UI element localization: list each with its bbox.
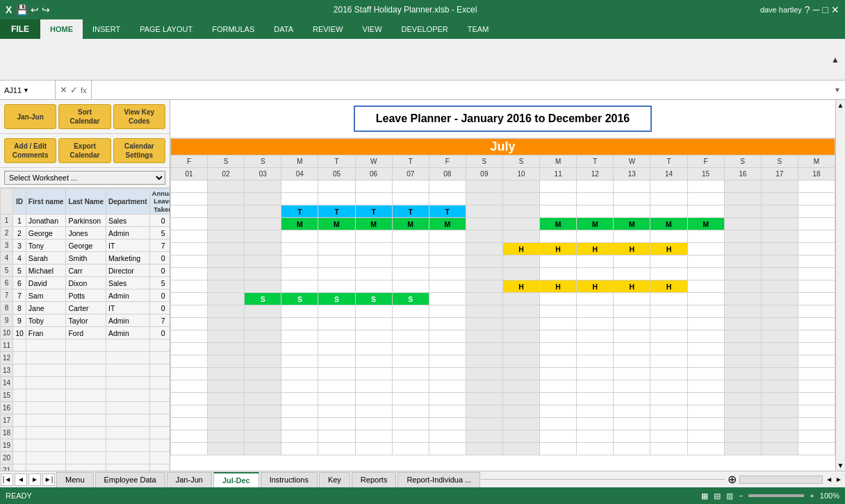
calendar-cell-empty[interactable] bbox=[429, 343, 466, 355]
employee-cell-empty[interactable] bbox=[106, 414, 149, 427]
restore-icon[interactable]: □ bbox=[823, 4, 828, 15]
calendar-cell[interactable] bbox=[687, 193, 724, 205]
employee-cell-empty[interactable] bbox=[106, 339, 149, 352]
calendar-cell-empty[interactable] bbox=[208, 443, 245, 455]
calendar-cell-empty[interactable] bbox=[392, 343, 429, 355]
employee-cell[interactable]: Director bbox=[106, 264, 149, 277]
calendar-cell[interactable]: T bbox=[281, 205, 318, 218]
calendar-cell[interactable] bbox=[355, 193, 392, 205]
employee-cell[interactable]: Smith bbox=[66, 252, 106, 264]
tab-nav-last[interactable]: ►| bbox=[42, 473, 55, 486]
calendar-cell[interactable] bbox=[761, 205, 798, 218]
employee-cell-empty[interactable] bbox=[13, 427, 26, 439]
calendar-cell[interactable] bbox=[208, 280, 245, 293]
calendar-cell-empty[interactable] bbox=[281, 305, 318, 318]
calendar-cell-empty[interactable] bbox=[502, 393, 539, 405]
calendar-cell-empty[interactable] bbox=[318, 443, 355, 455]
calendar-cell-empty[interactable] bbox=[798, 330, 835, 343]
calendar-cell[interactable] bbox=[577, 205, 614, 218]
calendar-cell-empty[interactable] bbox=[466, 343, 502, 355]
calendar-cell[interactable] bbox=[614, 180, 650, 193]
calendar-cell[interactable]: H bbox=[614, 243, 650, 255]
tab-view[interactable]: VIEW bbox=[352, 19, 391, 39]
calendar-cell[interactable] bbox=[245, 218, 281, 230]
employee-cell-empty[interactable] bbox=[26, 377, 66, 389]
calendar-cell-empty[interactable] bbox=[502, 443, 539, 455]
calendar-cell-empty[interactable] bbox=[281, 330, 318, 343]
calendar-cell[interactable] bbox=[281, 268, 318, 280]
calendar-cell[interactable] bbox=[687, 205, 724, 218]
calendar-cell-empty[interactable] bbox=[466, 418, 502, 430]
calendar-cell-empty[interactable] bbox=[466, 368, 502, 380]
employee-cell[interactable]: Carter bbox=[66, 302, 106, 314]
calendar-cell[interactable] bbox=[798, 230, 835, 243]
employee-cell-empty[interactable] bbox=[13, 402, 26, 414]
calendar-cell-empty[interactable] bbox=[245, 343, 281, 355]
calendar-cell-empty[interactable] bbox=[761, 418, 798, 430]
calendar-cell-empty[interactable] bbox=[724, 430, 761, 443]
calendar-cell[interactable] bbox=[798, 180, 835, 193]
calendar-cell[interactable]: T bbox=[392, 205, 429, 218]
vertical-scrollbar[interactable]: ▲ ▼ bbox=[835, 100, 845, 471]
calendar-cell-empty[interactable] bbox=[540, 430, 577, 443]
tab-nav-prev[interactable]: ◄ bbox=[15, 473, 27, 486]
employee-cell[interactable]: 6 bbox=[13, 277, 26, 289]
calendar-cell-empty[interactable] bbox=[650, 380, 687, 393]
cell-reference-box[interactable]: AJ11 ▼ bbox=[0, 81, 56, 99]
calendar-cell[interactable] bbox=[614, 230, 650, 243]
calendar-cell[interactable] bbox=[245, 243, 281, 255]
calendar-cell[interactable] bbox=[798, 280, 835, 293]
calendar-cell-empty[interactable] bbox=[540, 368, 577, 380]
calendar-cell-empty[interactable] bbox=[540, 305, 577, 318]
calendar-cell-empty[interactable] bbox=[208, 330, 245, 343]
calendar-cell-empty[interactable] bbox=[466, 318, 502, 330]
calendar-cell[interactable] bbox=[577, 180, 614, 193]
calendar-cell-empty[interactable] bbox=[540, 355, 577, 368]
calendar-cell-empty[interactable] bbox=[208, 305, 245, 318]
calendar-cell-empty[interactable] bbox=[466, 405, 502, 418]
employee-cell-empty[interactable] bbox=[106, 352, 149, 364]
calendar-cell[interactable] bbox=[429, 180, 466, 193]
calendar-cell[interactable] bbox=[245, 205, 281, 218]
calendar-cell[interactable] bbox=[650, 205, 687, 218]
sheet-tab-reports[interactable]: Reports bbox=[352, 472, 397, 487]
calendar-cell[interactable] bbox=[429, 280, 466, 293]
employee-cell-empty[interactable] bbox=[66, 452, 106, 464]
calendar-cell[interactable] bbox=[540, 255, 577, 268]
employee-cell-empty[interactable] bbox=[26, 464, 66, 471]
calendar-cell[interactable] bbox=[502, 255, 539, 268]
calendar-cell[interactable] bbox=[687, 293, 724, 305]
calendar-settings-button[interactable]: Calendar Settings bbox=[113, 138, 165, 163]
scroll-down-icon[interactable]: ▼ bbox=[837, 462, 844, 469]
employee-cell[interactable]: 0 bbox=[149, 327, 170, 339]
employee-cell[interactable]: Toby bbox=[26, 314, 66, 327]
calendar-cell[interactable] bbox=[466, 293, 502, 305]
calendar-cell[interactable] bbox=[650, 268, 687, 280]
calendar-cell-empty[interactable] bbox=[208, 405, 245, 418]
employee-cell-empty[interactable] bbox=[13, 339, 26, 352]
calendar-cell[interactable] bbox=[318, 230, 355, 243]
calendar-cell-empty[interactable] bbox=[466, 305, 502, 318]
employee-cell-empty[interactable] bbox=[106, 439, 149, 452]
employee-cell-empty[interactable] bbox=[26, 339, 66, 352]
calendar-cell[interactable] bbox=[318, 280, 355, 293]
employee-cell[interactable]: Sales bbox=[106, 277, 149, 289]
calendar-cell[interactable]: M bbox=[540, 218, 577, 230]
employee-cell[interactable]: Admin bbox=[106, 327, 149, 339]
calendar-cell-empty[interactable] bbox=[761, 405, 798, 418]
calendar-cell-empty[interactable] bbox=[429, 318, 466, 330]
employee-cell[interactable]: Parkinson bbox=[66, 215, 106, 227]
calendar-cell[interactable] bbox=[429, 293, 466, 305]
calendar-cell-empty[interactable] bbox=[318, 418, 355, 430]
employee-cell-empty[interactable] bbox=[66, 339, 106, 352]
employee-cell[interactable]: Dixon bbox=[66, 277, 106, 289]
calendar-cell-empty[interactable] bbox=[724, 405, 761, 418]
calendar-cell-empty[interactable] bbox=[614, 405, 650, 418]
calendar-cell[interactable] bbox=[171, 230, 208, 243]
employee-cell-empty[interactable] bbox=[66, 414, 106, 427]
calendar-cell-empty[interactable] bbox=[466, 355, 502, 368]
employee-cell-empty[interactable] bbox=[106, 377, 149, 389]
calendar-cell-empty[interactable] bbox=[392, 380, 429, 393]
employee-cell[interactable]: George bbox=[26, 227, 66, 240]
employee-cell[interactable]: Tony bbox=[26, 240, 66, 252]
